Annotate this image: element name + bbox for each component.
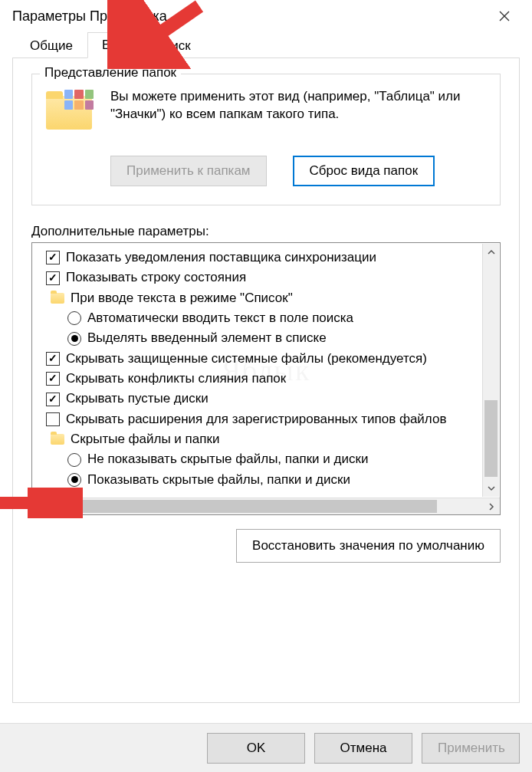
scroll-up-icon[interactable]	[483, 244, 499, 261]
opt-label: Выделять введенный элемент в списке	[87, 328, 327, 348]
window-title: Параметры Проводника	[12, 8, 167, 25]
scroll-down-icon[interactable]	[483, 480, 499, 497]
opt-hide-extensions[interactable]: Скрывать расширения для зарегистрированн…	[46, 409, 500, 429]
opt-hidden-no[interactable]: Не показывать скрытые файлы, папки и дис…	[46, 449, 500, 469]
opt-typing-select[interactable]: Выделять введенный элемент в списке	[46, 328, 500, 348]
opt-hide-merge[interactable]: Скрывать конфликты слияния папок	[46, 369, 500, 389]
checkbox-icon[interactable]	[46, 412, 60, 426]
opt-label: Скрывать защищенные системные файлы (рек…	[66, 349, 427, 369]
opt-label: Автоматически вводить текст в поле поиск…	[87, 308, 353, 328]
scroll-thumb[interactable]	[49, 500, 437, 513]
radio-icon[interactable]	[67, 453, 81, 467]
horizontal-scrollbar[interactable]	[32, 498, 500, 514]
opt-typing-search[interactable]: Автоматически вводить текст в поле поиск…	[46, 308, 500, 328]
opt-label: Показывать строку состояния	[66, 268, 246, 287]
scroll-right-icon[interactable]	[483, 498, 500, 515]
opt-hidden-header: Скрытые файлы и папки	[46, 429, 500, 449]
opt-sync-notifications[interactable]: Показать уведомления поставщика синхрони…	[46, 248, 500, 268]
opt-label: При вводе текста в режиме "Список"	[71, 288, 293, 308]
apply-button[interactable]: Применить	[422, 733, 520, 764]
advanced-settings-list[interactable]: Яблык Показать уведомления поставщика си…	[31, 242, 501, 515]
titlebar: Параметры Проводника	[0, 0, 532, 32]
opt-label: Показывать скрытые файлы, папки и диски	[87, 470, 350, 490]
tabstrip: Общие Вид Поиск	[0, 32, 532, 58]
checkbox-icon[interactable]	[46, 251, 60, 264]
folder-views-group: Представление папок Вы можете применить …	[31, 74, 501, 205]
opt-label: Скрывать расширения для зарегистрированн…	[66, 409, 446, 429]
radio-icon[interactable]	[67, 311, 81, 325]
tab-general[interactable]: Общие	[15, 33, 87, 58]
reset-folders-button[interactable]: Сброс вида папок	[293, 156, 435, 186]
opt-label: Скрывать пустые диски	[66, 389, 209, 409]
group-text: Вы можете применить этот вид (например, …	[110, 88, 486, 137]
ok-button[interactable]: OK	[207, 733, 305, 764]
opt-typing-header: При вводе текста в режиме "Список"	[46, 288, 500, 308]
opt-hide-protected[interactable]: Скрывать защищенные системные файлы (рек…	[46, 349, 500, 369]
folder-icon	[51, 434, 64, 445]
close-icon[interactable]	[489, 5, 520, 28]
vertical-scrollbar[interactable]	[482, 244, 499, 497]
opt-label: Скрытые файлы и папки	[71, 429, 219, 449]
checkbox-icon[interactable]	[46, 352, 60, 366]
checkbox-icon[interactable]	[46, 393, 60, 406]
cancel-button[interactable]: Отмена	[314, 733, 412, 764]
group-legend: Представление папок	[40, 65, 181, 80]
opt-label: Показать уведомления поставщика синхрони…	[66, 248, 376, 268]
opt-hide-empty-drives[interactable]: Скрывать пустые диски	[46, 389, 500, 409]
opt-label: Скрывать конфликты слияния папок	[66, 369, 286, 389]
tab-panel: Представление папок Вы можете применить …	[12, 57, 520, 703]
tab-view[interactable]: Вид	[87, 32, 140, 58]
opt-hidden-yes[interactable]: Показывать скрытые файлы, папки и диски	[46, 470, 500, 490]
opt-status-bar[interactable]: Показывать строку состояния	[46, 268, 500, 287]
radio-icon[interactable]	[67, 473, 81, 487]
scroll-left-icon[interactable]	[32, 498, 49, 515]
checkbox-icon[interactable]	[46, 271, 60, 285]
restore-defaults-button[interactable]: Восстановить значения по умолчанию	[236, 529, 501, 563]
advanced-label: Дополнительные параметры:	[31, 224, 501, 239]
radio-icon[interactable]	[67, 332, 81, 346]
tab-search[interactable]: Поиск	[140, 33, 205, 58]
dialog-footer: OK Отмена Применить	[0, 723, 532, 772]
folder-icon	[46, 91, 92, 137]
checkbox-icon[interactable]	[46, 372, 60, 386]
opt-label: Не показывать скрытые файлы, папки и дис…	[87, 449, 368, 469]
folder-icon	[51, 293, 64, 304]
apply-to-folders-button: Применить к папкам	[110, 156, 267, 186]
scroll-thumb[interactable]	[484, 400, 498, 477]
